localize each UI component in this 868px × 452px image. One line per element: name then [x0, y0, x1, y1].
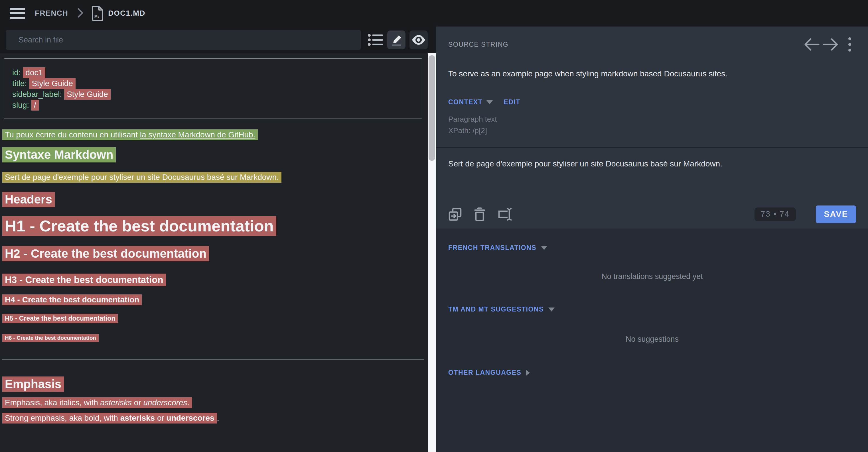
source-string[interactable]: Style Guide [64, 89, 111, 100]
frontmatter-block: id: doc1 title: Style Guide sidebar_labe… [4, 58, 422, 119]
text-run: or [132, 398, 143, 407]
source-string-selected[interactable]: Sert de page d'exemple pour styliser un … [2, 172, 281, 183]
frontmatter-line: title: Style Guide [12, 78, 416, 89]
character-counter: 73 • 74 [754, 207, 796, 221]
other-languages-label: OTHER LANGUAGES [448, 369, 521, 377]
paragraph-block: Sert de page d'exemple pour styliser un … [2, 173, 425, 182]
frontmatter-key: title: [12, 79, 29, 88]
translation-panel: SOURCE STRING To serve as an example pag… [436, 27, 868, 452]
source-string[interactable]: H1 - Create the best documentation [2, 216, 276, 236]
breadcrumb-file-name: DOC1.MD [108, 9, 145, 18]
more-options-icon[interactable] [843, 37, 856, 52]
context-meta: Paragraph text XPath: /p[2] [448, 114, 856, 136]
save-button[interactable]: SAVE [816, 205, 856, 223]
source-string[interactable]: / [31, 100, 39, 110]
section-french-translations[interactable]: FRENCH TRANSLATIONS [448, 244, 856, 252]
source-string-card: SOURCE STRING To serve as an example pag… [436, 27, 868, 229]
text-run: or [155, 414, 166, 422]
breadcrumb-file[interactable]: M↓ DOC1.MD [92, 5, 145, 21]
next-string-icon[interactable] [821, 37, 839, 52]
text-run: Strong emphasis, aka bold, with [5, 414, 120, 422]
text-run: Emphasis, aka italics, with [5, 398, 100, 407]
context-xpath: XPath: /p[2] [448, 125, 856, 136]
source-string-translated[interactable]: Syntaxe Markdown [2, 147, 116, 162]
text-run: Tu peux écrire du contenu en utilisant [5, 130, 140, 139]
source-string[interactable]: Emphasis, aka italics, with asterisks or… [2, 397, 192, 408]
document-panel: id: doc1 title: Style Guide sidebar_labe… [0, 27, 428, 452]
context-edit-button[interactable]: EDIT [503, 98, 520, 106]
french-translations-label: FRENCH TRANSLATIONS [448, 244, 536, 252]
hamburger-menu-icon[interactable] [10, 7, 26, 20]
translation-input[interactable]: Sert de page d'exemple pour styliser un … [436, 148, 868, 204]
previous-string-icon[interactable] [803, 37, 821, 52]
text-cursor-icon[interactable] [497, 207, 513, 221]
context-toggle[interactable]: CONTEXT [448, 98, 483, 106]
source-string-header: SOURCE STRING [448, 37, 856, 52]
french-translations-empty: No translations suggested yet [448, 272, 856, 281]
frontmatter-line: id: doc1 [12, 67, 416, 78]
frontmatter-line: slug: / [12, 100, 416, 110]
heading-block: H6 - Create the best documentation [2, 335, 425, 341]
main-split: id: doc1 title: Style Guide sidebar_labe… [0, 27, 868, 452]
heading-block: H2 - Create the best documentation [2, 247, 425, 260]
text-run: asterisks [120, 414, 155, 422]
markdown-syntax-link[interactable]: la syntaxe Markdown de GitHub. [140, 130, 255, 139]
translation-text: Sert de page d'exemple pour styliser un … [448, 159, 856, 168]
frontmatter-key: slug: [12, 101, 31, 109]
heading-block: Headers [2, 193, 425, 206]
tm-mt-suggestions-label: TM AND MT SUGGESTIONS [448, 305, 544, 313]
heading-block: H5 - Create the best documentation [2, 315, 425, 322]
text-run: asterisks [100, 398, 132, 407]
preview-mode-icon[interactable] [409, 31, 428, 49]
paragraph-block: Tu peux écrire du contenu en utilisant l… [2, 130, 425, 139]
source-string-label: SOURCE STRING [448, 41, 508, 49]
search-input[interactable] [6, 30, 361, 50]
source-string[interactable]: H6 - Create the best documentation [2, 334, 99, 342]
chevron-right-icon [77, 7, 84, 20]
source-string-translated[interactable]: Tu peux écrire du contenu en utilisant l… [2, 129, 258, 140]
source-string[interactable]: H3 - Create the best documentation [2, 273, 166, 286]
source-string[interactable]: H2 - Create the best documentation [2, 246, 209, 261]
document-preview: id: doc1 title: Style Guide sidebar_labe… [0, 53, 428, 452]
source-string[interactable]: Emphasis [2, 377, 64, 392]
scrollbar-spacer [428, 27, 436, 53]
edit-mode-icon[interactable] [387, 31, 405, 49]
breadcrumb-project[interactable]: FRENCH [35, 9, 68, 18]
strings-list-icon[interactable] [367, 31, 383, 49]
frontmatter-line: sidebar_label: Style Guide [12, 89, 416, 100]
frontmatter-key: id: [12, 68, 23, 77]
chevron-down-icon [548, 308, 555, 312]
document-scrollbar [428, 27, 436, 452]
text-run: underscores [166, 414, 214, 422]
translation-toolbar: 73 • 74 SAVE [448, 204, 856, 229]
search-row [0, 27, 428, 53]
chevron-down-icon [487, 100, 493, 104]
heading-block: H3 - Create the best documentation [2, 275, 425, 285]
copy-source-icon[interactable] [448, 207, 462, 221]
heading-block: H1 - Create the best documentation [2, 217, 425, 235]
view-toolbar [367, 31, 428, 49]
delete-translation-icon[interactable] [474, 207, 485, 221]
source-string[interactable]: Style Guide [29, 78, 75, 89]
horizontal-rule [2, 359, 424, 360]
scrollbar-thumb[interactable] [429, 55, 435, 161]
source-string[interactable]: H5 - Create the best documentation [2, 314, 118, 323]
top-bar: FRENCH M↓ DOC1.MD [0, 0, 868, 27]
chevron-down-icon [541, 246, 547, 250]
text-run: underscores [144, 398, 187, 407]
text-run: . [187, 398, 190, 407]
scrollbar-track[interactable] [428, 53, 436, 452]
paragraph-block: Emphasis, aka italics, with asterisks or… [2, 398, 425, 407]
paragraph-block: Strong emphasis, aka bold, with asterisk… [2, 414, 425, 423]
heading-block: Syntaxe Markdown [2, 148, 425, 162]
section-other-languages[interactable]: OTHER LANGUAGES [448, 369, 856, 377]
context-row: CONTEXT EDIT [448, 98, 856, 106]
source-string[interactable]: doc1 [23, 67, 45, 78]
source-string[interactable]: H4 - Create the best documentation [2, 294, 142, 305]
source-string[interactable]: Strong emphasis, aka bold, with asterisk… [2, 413, 217, 423]
tm-mt-suggestions-empty: No suggestions [448, 335, 856, 344]
source-string[interactable]: Headers [2, 192, 55, 207]
heading-block: H4 - Create the best documentation [2, 295, 425, 304]
heading-block: Emphasis [2, 377, 425, 391]
section-tm-mt-suggestions[interactable]: TM AND MT SUGGESTIONS [448, 305, 856, 313]
